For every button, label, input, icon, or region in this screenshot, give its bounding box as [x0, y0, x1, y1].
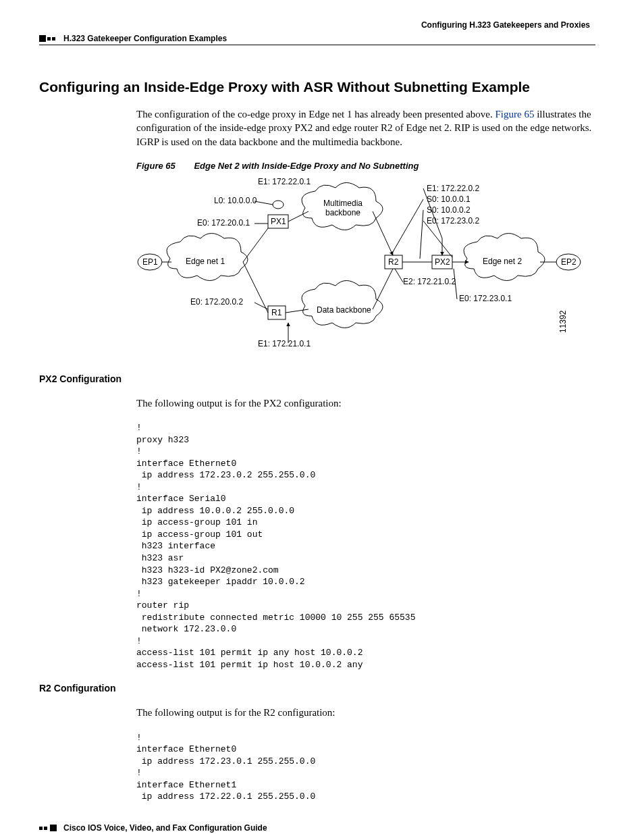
data-backbone-label: Data backbone [317, 305, 371, 315]
figure-link[interactable]: Figure 65 [495, 109, 534, 120]
px1-box: PX1 [271, 217, 286, 226]
edge-net-2-label: Edge net 2 [483, 257, 522, 266]
footer-marker-icon [50, 825, 57, 831]
px2-box: PX2 [435, 257, 450, 267]
ep1-label: EP1 [142, 257, 158, 267]
r2-heading: R2 Configuration [39, 683, 595, 694]
mm-backbone-label-1: Multimediabackbone [323, 199, 363, 217]
header-chapter: Configuring H.323 Gatekeepers and Proxie… [39, 20, 595, 30]
network-diagram: Multimediabackbone Edge net 1 Data backb… [136, 178, 595, 353]
e0-px2-label: E0: 172.23.0.2 [427, 216, 479, 226]
r2-config-code: ! interface Ethernet0 ip address 172.23.… [136, 732, 595, 803]
header-section: H.323 Gatekeeper Configuration Examples [63, 34, 227, 43]
figure-number: Figure 65 [136, 161, 176, 171]
e0-px2b-label: E0: 172.23.0.1 [459, 294, 512, 303]
l0-px1-label: L0: 10.0.0.0 [214, 196, 257, 205]
intro-text-1: The configuration of the co-edge proxy i… [136, 109, 495, 120]
footer-marker-icon [44, 827, 47, 830]
ep2-label: EP2 [561, 257, 576, 267]
header-rule [39, 45, 595, 45]
svg-line-24 [254, 303, 268, 309]
figure-id-label: 11392 [558, 310, 568, 333]
svg-line-12 [373, 211, 393, 255]
px2-intro: The following output is for the PX2 conf… [136, 396, 595, 410]
intro-paragraph: The configuration of the co-edge proxy i… [136, 107, 595, 149]
s0-r2-label: S0: 10.0.0.1 [427, 194, 471, 204]
svg-line-9 [243, 262, 268, 313]
r1-box: R1 [271, 308, 282, 317]
edge-net-1-label: Edge net 1 [186, 257, 225, 266]
r2-intro: The following output is for the R2 confi… [136, 706, 595, 719]
e0-px1-label: E0: 172.20.0.1 [197, 218, 250, 228]
header-marker-icon [39, 35, 57, 42]
svg-line-20 [420, 210, 423, 259]
svg-line-22 [254, 201, 273, 205]
r2-box: R2 [388, 257, 399, 267]
e1-px1-label: E1: 172.22.0.1 [258, 178, 311, 186]
figure-caption: Figure 65 Edge Net 2 with Inside-Edge Pr… [136, 161, 595, 171]
e1-r1-label: E1: 172.21.0.1 [258, 339, 311, 348]
s0-px2-label: S0: 10.0.0.2 [427, 205, 471, 215]
footer-guide-title: Cisco IOS Voice, Video, and Fax Configur… [63, 823, 267, 833]
footer-marker-icon [39, 827, 43, 830]
svg-line-8 [243, 228, 268, 262]
figure-title: Edge Net 2 with Inside-Edge Proxy and No… [194, 161, 419, 171]
svg-line-26 [395, 269, 403, 282]
px2-heading: PX2 Configuration [39, 373, 595, 384]
e0-r1-label: E0: 172.20.0.2 [190, 297, 243, 307]
svg-line-19 [393, 199, 423, 252]
e1-r2-label: E1: 172.22.0.2 [427, 184, 479, 193]
px2-config-code: ! proxy h323 ! interface Ethernet0 ip ad… [136, 422, 595, 671]
svg-line-13 [373, 269, 393, 309]
svg-point-6 [273, 201, 284, 209]
section-title: Configuring an Inside-Edge Proxy with AS… [39, 79, 595, 95]
e2-r2-label: E2: 172.21.0.2 [403, 277, 456, 286]
